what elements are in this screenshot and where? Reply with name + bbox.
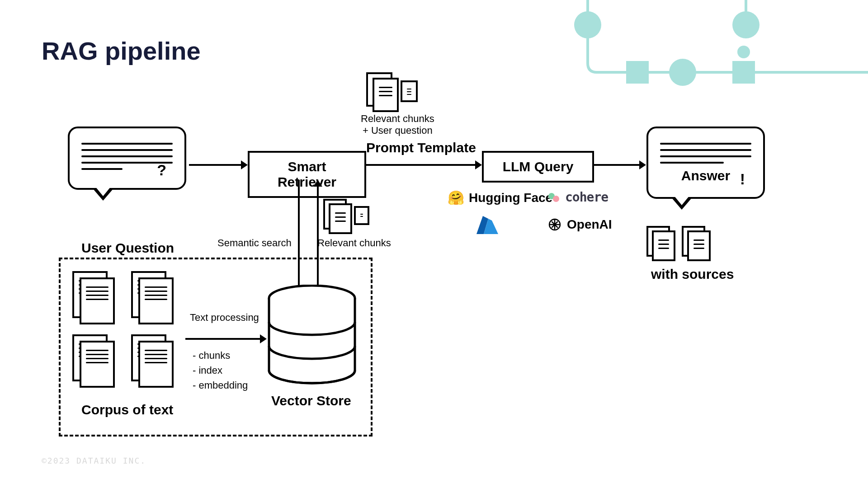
answer-bubble: ! Answer — [646, 127, 765, 199]
svg-point-13 — [553, 196, 559, 202]
svg-marker-7 — [241, 160, 248, 169]
svg-marker-18 — [313, 180, 322, 187]
vector-store-label: Vector Store — [271, 393, 351, 408]
svg-marker-11 — [639, 160, 646, 169]
arrow-llm-to-answer — [594, 158, 646, 172]
copyright: ©2023 DATAIKU INC. — [42, 456, 146, 465]
arrow-question-to-retriever — [189, 158, 248, 172]
relevant-chunks-user-label: Relevant chunks + User question — [361, 113, 434, 136]
page-title: RAG pipeline — [42, 36, 201, 66]
huggingface-label: Hugging Face — [469, 191, 552, 205]
semantic-search-label: Semantic search — [217, 237, 292, 249]
corpus-label: Corpus of text — [81, 402, 173, 418]
svg-marker-9 — [475, 160, 482, 169]
svg-point-5 — [737, 46, 750, 58]
relevant-chunks-label: Relevant chunks — [317, 237, 391, 249]
arrow-retriever-to-llm — [366, 158, 482, 172]
question-mark-icon: ? — [157, 161, 166, 179]
processing-items-label: - chunks - index - embedding — [193, 348, 248, 393]
svg-marker-20 — [260, 334, 267, 343]
text-processing-label: Text processing — [190, 312, 259, 324]
user-question-bubble: ? — [68, 127, 186, 190]
smart-retriever-block: Smart Retriever — [248, 151, 366, 198]
arrow-corpus-to-vector — [185, 332, 267, 346]
azure-logo — [475, 212, 500, 239]
openai-logo: OpenAI — [547, 217, 612, 232]
exclamation-icon: ! — [740, 170, 745, 188]
with-sources-label: with sources — [651, 267, 734, 282]
user-question-label: User Question — [81, 240, 174, 256]
cohere-label: cohere — [565, 190, 608, 205]
llm-query-block: LLM Query — [482, 151, 594, 183]
prompt-template-label: Prompt Template — [366, 140, 476, 155]
vector-store-icon — [267, 285, 357, 390]
cohere-logo: cohere — [547, 190, 608, 205]
diagram-canvas: ? User Question Smart Retriever Prompt T… — [59, 68, 827, 456]
answer-label: Answer — [660, 168, 751, 183]
corpus-docs-icon — [72, 271, 190, 398]
openai-label: OpenAI — [567, 217, 612, 232]
huggingface-logo: 🤗 Hugging Face — [448, 190, 552, 206]
